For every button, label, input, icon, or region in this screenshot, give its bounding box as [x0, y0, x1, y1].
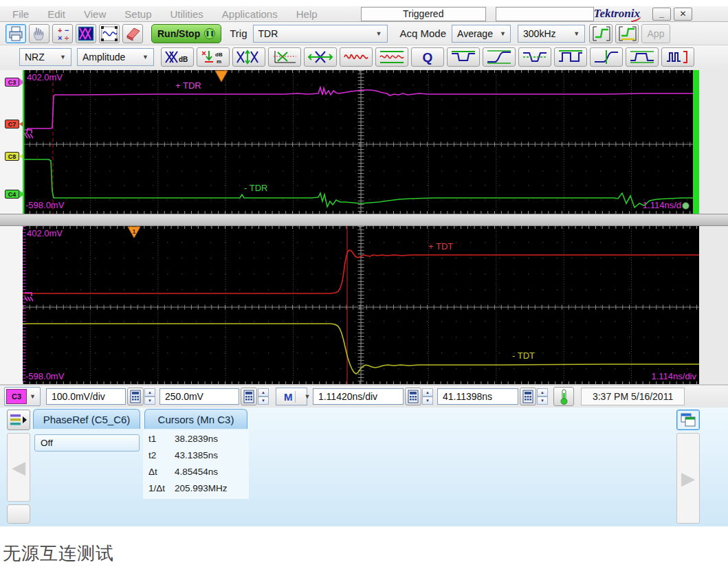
acq-rate-select[interactable]: 300kHz▼ — [518, 25, 585, 43]
cascade-windows-icon — [679, 412, 698, 428]
close-button[interactable]: ✕ — [674, 8, 692, 21]
cascade-windows-button[interactable] — [676, 410, 700, 430]
chevron-down-icon: ▼ — [566, 30, 580, 37]
channel-c8-label: C8 — [5, 152, 19, 161]
math-button[interactable]: +−×÷ — [52, 24, 73, 43]
svg-text:÷: ÷ — [65, 34, 69, 42]
jitter-icon — [342, 49, 370, 65]
measure-positive-pulse-button[interactable] — [590, 47, 623, 67]
keypad-button[interactable] — [241, 388, 257, 405]
tdt-graticule[interactable]: 1 402.0mV -598.0mV + TDT - TDT 1.114ns/d… — [23, 226, 699, 384]
period-icon — [557, 49, 584, 65]
channel-marker-c8[interactable]: C8 — [5, 152, 25, 161]
vertical-scale-spinner[interactable]: ▲▼ — [144, 388, 155, 405]
spin-down-icon[interactable]: ▼ — [422, 397, 433, 405]
channel-marker-c4[interactable]: C4 — [5, 190, 25, 199]
tektronix-logo: Tektronix — [594, 7, 643, 21]
pause-icon: ❚❚ — [204, 28, 215, 39]
q-factor-icon: Q — [414, 49, 441, 65]
measure-category-value: Amplitude — [82, 52, 125, 63]
menu-applications[interactable]: Applications — [222, 8, 278, 20]
menu-utilities[interactable]: Utilities — [170, 8, 203, 20]
eye-mask-icon — [76, 25, 96, 43]
measure-rise-time-button[interactable] — [483, 47, 516, 67]
waveform-zoom-button[interactable] — [99, 24, 120, 43]
tdt-channel-gutter — [0, 226, 23, 384]
tab-cursors[interactable]: Cursors (Mn C3) — [144, 409, 247, 429]
run-stop-button[interactable]: Run/Stop ❚❚ — [151, 24, 221, 43]
vertical-scale-field[interactable]: 100.0mV/div — [46, 388, 126, 405]
keypad-button[interactable] — [405, 388, 421, 405]
vertical-offset-field[interactable]: 250.0mV — [159, 388, 239, 405]
app-button[interactable]: App — [641, 24, 670, 43]
hand-pointer-button[interactable] — [29, 24, 49, 43]
spin-up-icon[interactable]: ▲ — [144, 388, 155, 397]
menu-help[interactable]: Help — [296, 8, 318, 20]
channel-marker-c3[interactable]: C3 — [5, 78, 25, 87]
step-response-negative-button[interactable] — [615, 24, 639, 43]
top-scale-label: 402.0mV — [27, 72, 63, 82]
panel-corner-button[interactable] — [7, 504, 30, 524]
acq-rate-value: 300kHz — [523, 28, 555, 39]
measure-period-button[interactable] — [554, 47, 587, 67]
measure-burst-width-button[interactable] — [661, 47, 694, 67]
trig-source-select[interactable]: TDR▼ — [253, 25, 388, 43]
waveform-list-icon — [9, 412, 28, 427]
cursor-dt-value: 4.85454ns — [175, 467, 218, 477]
measure-eye-height-button[interactable] — [232, 47, 265, 67]
horizontal-position-spinner[interactable]: ▲▼ — [537, 388, 548, 405]
panel-scroll-left-button[interactable]: ◀ — [7, 433, 30, 502]
horizontal-scale-spinner[interactable]: ▲▼ — [422, 388, 433, 405]
display-splitter[interactable] — [0, 214, 728, 226]
horizontal-position-field[interactable]: 41.11398ns — [437, 388, 518, 405]
eraser-button[interactable] — [122, 24, 143, 43]
waveform-list-button[interactable] — [7, 410, 30, 430]
spin-down-icon[interactable]: ▼ — [144, 397, 155, 405]
pulse-width-icon — [628, 49, 656, 65]
print-button[interactable] — [5, 24, 26, 43]
phaseref-off-button[interactable]: Off — [34, 434, 140, 451]
signal-type-select[interactable]: NRZ▼ — [19, 48, 71, 66]
panel-scroll-right-button[interactable]: ▶ — [676, 433, 700, 524]
measure-gain-dbm-button[interactable]: dBm — [197, 47, 230, 67]
tab-phaseref[interactable]: PhaseRef (C5_C6) — [33, 409, 140, 429]
measure-category-select[interactable]: Amplitude▼ — [77, 48, 154, 66]
keypad-button[interactable] — [127, 388, 144, 405]
measure-pulse-width-button[interactable] — [626, 47, 659, 67]
vertical-offset-spinner[interactable]: ▲▼ — [258, 388, 269, 405]
measure-eye-amplitude-db-button[interactable]: dB — [161, 47, 194, 67]
measure-q-factor-button[interactable]: Q — [411, 47, 444, 67]
eraser-icon — [123, 25, 142, 43]
measure-fall-time-button[interactable] — [518, 47, 551, 67]
step-response-positive-button[interactable] — [589, 24, 613, 43]
spin-up-icon[interactable]: ▲ — [422, 388, 433, 397]
spin-up-icon[interactable]: ▲ — [537, 388, 548, 397]
selection-bar-right[interactable] — [693, 70, 699, 214]
measure-crossing-level-button[interactable] — [268, 47, 301, 67]
acq-mode-select[interactable]: Average▼ — [452, 25, 511, 43]
measure-high-low-button[interactable] — [447, 47, 480, 67]
measure-noise-button[interactable] — [375, 47, 408, 67]
eye-mask-button[interactable] — [76, 24, 96, 43]
menu-edit[interactable]: Edit — [47, 8, 65, 20]
spin-down-icon[interactable]: ▼ — [537, 397, 548, 405]
tdr-graticule[interactable]: 402.0mV -598.0mV + TDR - TDR 1.114ns/d — [23, 70, 699, 214]
source-select[interactable]: C3 ▼ — [4, 387, 41, 406]
horizontal-scale-field[interactable]: 1.11420ns/div — [313, 388, 404, 405]
spin-down-icon[interactable]: ▼ — [258, 397, 269, 405]
measure-eye-width-button[interactable] — [304, 47, 337, 67]
temperature-button[interactable] — [553, 387, 574, 406]
chevron-down-icon: ▼ — [135, 54, 148, 60]
tdr-channel-gutter: C3 C7 C8 C4 — [0, 70, 23, 214]
menu-view[interactable]: View — [84, 8, 106, 20]
minimize-button[interactable]: _ — [652, 8, 671, 21]
channel-marker-c7[interactable]: C7 — [5, 120, 25, 129]
spin-up-icon[interactable]: ▲ — [258, 388, 269, 397]
waveform-area: C3 C7 C8 C4 — [0, 68, 728, 384]
timebase-ref-select[interactable]: M▼ — [276, 388, 307, 405]
chevron-down-icon: ▼ — [369, 30, 382, 37]
measure-jitter-button[interactable] — [340, 47, 373, 67]
menu-setup[interactable]: Setup — [124, 8, 151, 20]
keypad-button[interactable] — [520, 388, 536, 405]
menu-file[interactable]: File — [12, 8, 29, 20]
